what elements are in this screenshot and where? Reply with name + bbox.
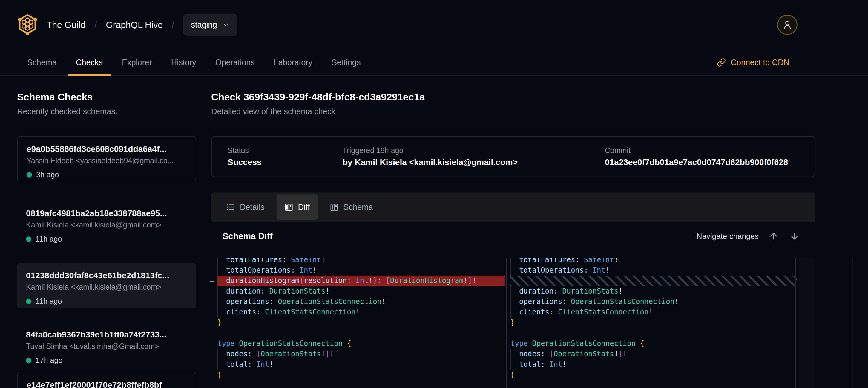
status-card: Status Success Triggered 19h ago by Kami… (211, 136, 815, 177)
code-line: totalOperations: Int! (510, 265, 797, 276)
success-dot-icon (26, 299, 31, 304)
nav-tab-explorer[interactable]: Explorer (114, 50, 160, 75)
columns-icon (284, 203, 293, 212)
check-hash: 84fa0cab9367b39e1b1ff0a74f2733... (26, 330, 187, 339)
check-time-row: 17h ago (26, 356, 187, 365)
diff-scrollbar-track[interactable] (799, 258, 814, 388)
list-icon (226, 203, 235, 212)
schema-check-item[interactable]: 0819afc4981ba2ab18e338788ae95... Kamil K… (17, 201, 196, 246)
code-line: totalFailures: SafeInt! (510, 258, 797, 265)
schema-diff-viewer[interactable]: totalFailures: SafeInt! totalOperations:… (209, 258, 860, 388)
check-author: Kamil Kisiela <kamil.kisiela@gmail.com> (26, 220, 187, 229)
check-author: Yassin Eldeeb <yassineldeeb94@gmail.co..… (27, 156, 187, 165)
code-line: } (510, 318, 797, 328)
check-time: 11h ago (35, 235, 62, 243)
code-line: clients: ClientStatsConnection! (510, 307, 797, 318)
breadcrumb-project[interactable]: GraphQL Hive (106, 20, 163, 30)
commit-column: Commit 01a23ee0f7db01a9e7ac0d0747d62bb90… (605, 146, 815, 177)
connect-to-cdn-label: Connect to CDN (731, 58, 789, 67)
tab-diff[interactable]: Diff (277, 194, 318, 220)
code-line: type OperationStatsConnection { (217, 338, 505, 349)
code-line: clients: ClientStatsConnection! (217, 307, 505, 318)
code-line: totalFailures: SafeInt! (217, 258, 505, 265)
check-time: 11h ago (35, 297, 62, 305)
diff-pane-divider (506, 258, 506, 388)
breadcrumb-separator: / (94, 20, 97, 30)
nav-tab-operations[interactable]: Operations (207, 50, 263, 75)
code-line: type OperationStatsConnection { (510, 338, 797, 349)
arrow-up-icon (769, 231, 779, 241)
main-content: Check 369f3439-929f-48df-bfc8-cd3a9291ec… (211, 75, 815, 116)
code-line (217, 328, 505, 338)
code-line: } (217, 370, 505, 380)
diff-pane-modified: totalFailures: SafeInt! totalOperations:… (509, 258, 797, 388)
tab-diff-label: Diff (298, 203, 310, 212)
app-screen: The Guild / GraphQL Hive / staging Schem… (0, 0, 868, 388)
header: The Guild / GraphQL Hive / staging (0, 0, 868, 50)
diff-removed-line: durationHistogram(resolution: Int!): [Du… (217, 276, 505, 286)
nav-tab-settings[interactable]: Settings (323, 50, 369, 75)
check-time-row: 11h ago (26, 297, 187, 305)
nav-tab-schema[interactable]: Schema (19, 50, 65, 75)
code-line: nodes: [OperationStats!]! (510, 349, 797, 359)
commit-label: Commit (605, 146, 815, 155)
code-line: } (510, 370, 797, 380)
check-author: Kamil Kisiela <kamil.kisiela@gmail.com> (26, 283, 187, 292)
code-line: duration: DurationStats! (510, 286, 797, 297)
check-hash: 0819afc4981ba2ab18e338788ae95... (26, 209, 187, 218)
code-line: duration: DurationStats! (217, 286, 505, 297)
target-selector[interactable]: staging (183, 14, 237, 36)
nav-tab-checks[interactable]: Checks (68, 50, 111, 75)
code-line: nodes: [OperationStats!]! (217, 349, 505, 359)
main-nav: Schema Checks Explorer History Operation… (0, 50, 868, 76)
commit-value: 01a23ee0f7db01a9e7ac0d0747d62bb900f0f628 (605, 157, 815, 167)
nav-tab-history[interactable]: History (163, 50, 204, 75)
sidebar: Schema Checks Recently checked schemas. … (17, 75, 196, 388)
triggered-value: by Kamil Kisiela <kamil.kisiela@gmail.co… (343, 157, 605, 167)
diff-outer-edge (852, 258, 853, 388)
status-label: Status (227, 146, 343, 155)
page-title: Check 369f3439-929f-48df-bfc8-cd3a9291ec… (211, 91, 815, 103)
check-time-row: 3h ago (27, 170, 187, 179)
check-time: 17h ago (35, 356, 62, 365)
diff-pane-original: totalFailures: SafeInt! totalOperations:… (209, 258, 505, 388)
code-line: total: Int! (217, 359, 505, 370)
success-dot-icon (26, 236, 31, 242)
sidebar-title: Schema Checks (17, 91, 196, 103)
diff-placeholder-line (509, 276, 797, 286)
schema-check-item[interactable]: 84fa0cab9367b39e1b1ff0a74f2733... Tuval … (17, 322, 196, 368)
tab-details-label: Details (240, 203, 265, 212)
schema-check-item[interactable]: e14e7eff1ef20001f70e72b8ffefb8bf (17, 372, 196, 388)
schema-diff-header: Schema Diff Navigate changes (222, 229, 801, 244)
schema-check-item-selected[interactable]: 01238ddd30faf8c43e61be2d1813fc... Kamil … (17, 263, 196, 308)
check-hash: e9a0b55886fd3ce608c091dda6a4f... (27, 144, 187, 154)
previous-change-button[interactable] (768, 230, 780, 242)
tab-details[interactable]: Details (226, 194, 272, 220)
success-dot-icon (27, 172, 32, 178)
code-line: operations: OperationStatsConnection! (217, 297, 505, 307)
check-hash: e14e7eff1ef20001f70e72b8ffefb8bf (27, 380, 187, 388)
columns-icon (330, 203, 339, 212)
triggered-column: Triggered 19h ago by Kamil Kisiela <kami… (343, 146, 605, 177)
status-value: Success (227, 157, 343, 167)
nav-tab-laboratory[interactable]: Laboratory (266, 50, 320, 75)
hive-logo-icon[interactable] (18, 14, 37, 35)
breadcrumb-org[interactable]: The Guild (46, 20, 86, 30)
breadcrumb: The Guild / GraphQL Hive / staging (46, 0, 237, 50)
code-block-modified: totalFailures: SafeInt! totalOperations:… (510, 258, 797, 380)
connect-to-cdn-button[interactable]: Connect to CDN (717, 58, 789, 67)
tab-schema[interactable]: Schema (322, 194, 381, 220)
status-column: Status Success (227, 146, 343, 177)
next-change-button[interactable] (788, 230, 801, 242)
code-line: total: Int! (510, 359, 797, 370)
diff-right-edge (795, 258, 796, 388)
check-view-tabs: Details Diff (211, 192, 815, 222)
navigate-changes-label: Navigate changes (696, 232, 759, 241)
user-avatar[interactable] (777, 14, 798, 35)
page-subtitle: Detailed view of the schema check (211, 107, 815, 116)
schema-check-item[interactable]: e9a0b55886fd3ce608c091dda6a4f... Yassin … (17, 136, 196, 181)
code-block-original: totalFailures: SafeInt! totalOperations:… (217, 258, 505, 380)
schema-diff-title: Schema Diff (222, 231, 273, 241)
sidebar-subtitle: Recently checked schemas. (17, 107, 196, 116)
code-line (510, 328, 797, 338)
